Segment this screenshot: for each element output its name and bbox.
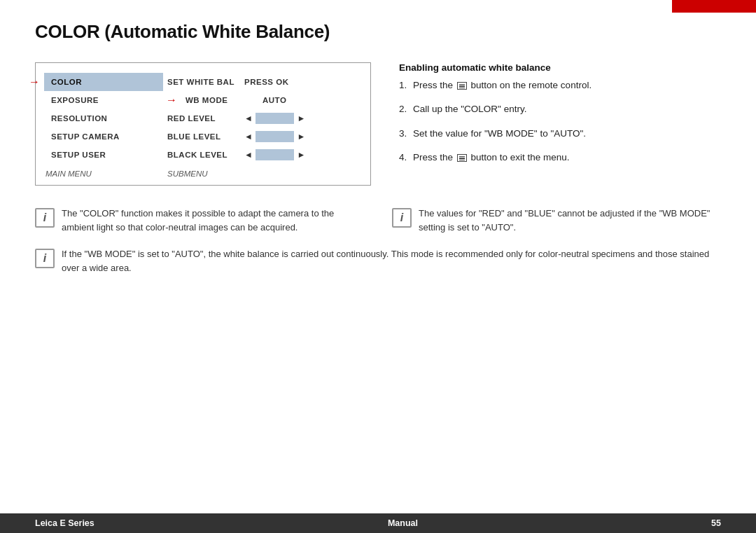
submenu-value-3: ◄ ► xyxy=(240,113,362,124)
page-content: COLOR (Automatic White Balance) → COLOR xyxy=(35,21,721,512)
instructions-list: 1. Press the button on the remote contro… xyxy=(399,78,721,165)
top-bar xyxy=(672,0,756,13)
submenu-value-5: ◄ ► xyxy=(240,149,362,160)
submenu-red-arrow: → xyxy=(166,94,177,106)
submenu-label-2: WB MODE xyxy=(181,96,258,104)
step-2: 2. Call up the "COLOR" entry. xyxy=(399,102,721,116)
menu-box: → COLOR EXPOSURE RESOLUTION SETUP CAMERA xyxy=(35,62,371,186)
menu-item-color: → COLOR xyxy=(44,73,163,91)
red-level-bar xyxy=(255,113,294,124)
main-menu-column: → COLOR EXPOSURE RESOLUTION SETUP CAMERA xyxy=(44,73,163,164)
info-icon-1: i xyxy=(35,208,55,228)
submenu-value-1: PRESS OK xyxy=(240,78,362,86)
black-level-bar xyxy=(255,149,294,160)
main-columns: → COLOR EXPOSURE RESOLUTION SETUP CAMERA xyxy=(35,62,721,186)
left-arrow-blue[interactable]: ◄ xyxy=(244,132,253,141)
info-box-1: i The "COLOR" function makes it possible… xyxy=(35,207,364,235)
submenu-label-bottom: SUBMENU xyxy=(163,169,208,178)
instructions-title: Enabling automatic white balance xyxy=(399,62,721,73)
footer-center: Manual xyxy=(388,518,418,528)
info-box-2: i The values for "RED" and "BLUE" cannot… xyxy=(392,207,721,235)
submenu-row-3: RED LEVEL ◄ ► xyxy=(163,109,362,127)
submenu-row-2: → WB MODE AUTO xyxy=(163,91,362,109)
right-arrow-red[interactable]: ► xyxy=(297,113,305,123)
menu-item-setup-camera: SETUP CAMERA xyxy=(44,127,163,146)
page-title: COLOR (Automatic White Balance) xyxy=(35,21,721,43)
footer: Leica E Series Manual 55 xyxy=(0,513,756,533)
info-icon-3: i xyxy=(35,249,55,268)
info-text-1: The "COLOR" function makes it possible t… xyxy=(62,207,364,235)
info-text-3: If the "WB MODE" is set to "AUTO", the w… xyxy=(62,247,721,275)
footer-page-number: 55 xyxy=(711,518,721,528)
submenu-row-4: BLUE LEVEL ◄ ► xyxy=(163,127,362,146)
submenu-value-4: ◄ ► xyxy=(240,131,362,142)
submenu-row-1: SET WHITE BAL PRESS OK xyxy=(163,73,362,91)
submenu-label-5: BLACK LEVEL xyxy=(163,151,240,159)
left-column: → COLOR EXPOSURE RESOLUTION SETUP CAMERA xyxy=(35,62,371,186)
footer-brand: Leica E Series xyxy=(35,518,94,528)
step-4: 4. Press the button to exit the menu. xyxy=(399,151,721,165)
menu-item-resolution: RESOLUTION xyxy=(44,109,163,127)
right-arrow-blue[interactable]: ► xyxy=(297,132,305,141)
menu-labels: MAIN MENU SUBMENU xyxy=(44,169,362,178)
menu-item-setup-user: SETUP USER xyxy=(44,146,163,164)
step-1: 1. Press the button on the remote contro… xyxy=(399,78,721,92)
submenu-row-5: BLACK LEVEL ◄ ► xyxy=(163,146,362,164)
info-row-bottom: i If the "WB MODE" is set to "AUTO", the… xyxy=(35,247,721,275)
blue-level-bar xyxy=(255,131,294,142)
main-red-arrow: → xyxy=(29,76,41,88)
menu-layout: → COLOR EXPOSURE RESOLUTION SETUP CAMERA xyxy=(44,73,362,164)
right-column: Enabling automatic white balance 1. Pres… xyxy=(399,62,721,186)
submenu-label-4: BLUE LEVEL xyxy=(163,132,240,141)
left-arrow-black[interactable]: ◄ xyxy=(244,150,253,160)
info-row: i The "COLOR" function makes it possible… xyxy=(35,207,721,235)
main-menu-label: MAIN MENU xyxy=(44,169,163,178)
submenu-value-2: AUTO xyxy=(258,96,362,104)
submenu-label-1: SET WHITE BAL xyxy=(163,78,240,86)
left-arrow-red[interactable]: ◄ xyxy=(244,113,253,123)
submenu-label-3: RED LEVEL xyxy=(163,114,240,123)
info-icon-2: i xyxy=(392,208,412,228)
menu-item-exposure: EXPOSURE xyxy=(44,91,163,109)
submenu-column: SET WHITE BAL PRESS OK → WB MODE AUTO RE… xyxy=(163,73,362,164)
right-arrow-black[interactable]: ► xyxy=(297,150,305,160)
step-3: 3. Set the value for "WB MODE" to "AUTO"… xyxy=(399,127,721,141)
info-text-2: The values for "RED" and "BLUE" cannot b… xyxy=(419,207,721,235)
